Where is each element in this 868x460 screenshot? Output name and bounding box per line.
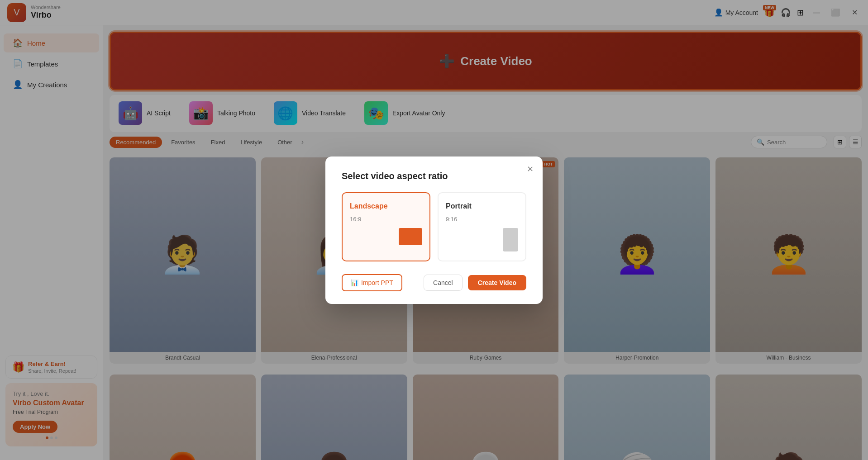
portrait-icon-area	[446, 228, 518, 251]
aspect-options: Landscape 16:9 Portrait 9:16	[342, 192, 526, 261]
modal-actions: 📊 Import PPT Cancel Create Video	[342, 274, 526, 291]
landscape-icon	[399, 228, 422, 245]
portrait-icon	[503, 228, 518, 251]
modal-close-btn[interactable]: ✕	[524, 163, 536, 175]
create-video-button[interactable]: Create Video	[468, 275, 526, 290]
modal-overlay: ✕ Select video aspect ratio Landscape 16…	[0, 0, 868, 460]
ppt-icon: 📊	[351, 279, 358, 286]
cancel-button[interactable]: Cancel	[424, 275, 463, 291]
portrait-ratio: 9:16	[446, 216, 518, 223]
aspect-ratio-modal: ✕ Select video aspect ratio Landscape 16…	[325, 156, 543, 304]
portrait-label: Portrait	[446, 202, 518, 210]
import-ppt-button[interactable]: 📊 Import PPT	[342, 274, 402, 291]
landscape-ratio: 16:9	[350, 216, 422, 223]
portrait-option[interactable]: Portrait 9:16	[438, 192, 526, 261]
modal-title: Select video aspect ratio	[342, 171, 526, 181]
landscape-icon-area	[350, 228, 422, 245]
landscape-option[interactable]: Landscape 16:9	[342, 192, 430, 261]
landscape-label: Landscape	[350, 202, 422, 210]
import-ppt-label: Import PPT	[361, 279, 393, 286]
